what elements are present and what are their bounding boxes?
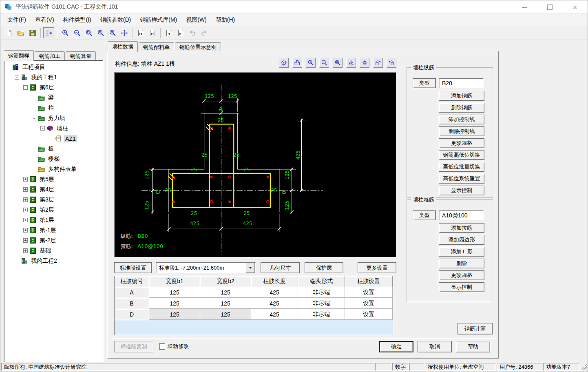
long-action-button[interactable]: 添加钢筋 [439, 91, 484, 101]
limb-length-cell[interactable]: 425 [251, 287, 298, 298]
resize-grip-icon[interactable] [581, 364, 587, 370]
long-action-button[interactable]: 删除钢筋 [439, 103, 484, 113]
tree-item[interactable]: -剪力墙 [4, 113, 103, 123]
width-b1-cell[interactable]: 125 [149, 309, 200, 320]
rotate-right-button[interactable] [387, 58, 396, 68]
page-first-button[interactable] [135, 27, 146, 38]
tree-expander[interactable]: - [15, 75, 19, 80]
tree-item[interactable]: -墙柱 [4, 123, 103, 133]
stirrup-action-button[interactable]: 删除 [439, 259, 484, 268]
end-type-cell[interactable]: 非尽端 [298, 298, 345, 309]
tree-expander[interactable]: - [32, 116, 36, 120]
rebar-calculate-button[interactable]: 钢筋计算 [458, 323, 493, 334]
main-tab[interactable]: 钢筋配料单 [139, 42, 174, 52]
long-action-button[interactable]: 钢筋高低位切换 [439, 150, 484, 160]
zoom-in-button[interactable] [306, 58, 316, 68]
tree-item[interactable]: +基础 [4, 246, 103, 256]
menu-item[interactable]: 查看(V) [31, 15, 59, 25]
cancel-button[interactable]: 取消 [418, 341, 452, 352]
tree-expander[interactable]: + [23, 238, 28, 243]
zoom-in-button[interactable] [60, 27, 71, 38]
ok-button[interactable]: 确定 [379, 341, 413, 352]
limb-settings-cell[interactable]: 设置 [345, 309, 393, 320]
mirror-vertical-button[interactable] [360, 58, 369, 68]
more-settings-button[interactable]: 更多设置 [358, 262, 396, 273]
width-b2-cell[interactable]: 125 [200, 287, 251, 298]
left-tab[interactable]: 钢筋算量 [66, 51, 96, 61]
tree-expander[interactable]: + [23, 197, 28, 202]
long-action-button[interactable]: 显示控制 [439, 186, 484, 195]
maximize-button[interactable] [537, 0, 562, 14]
tree-item[interactable]: +第1层 [4, 215, 103, 225]
width-b2-cell[interactable]: 125 [200, 298, 251, 309]
zoom-window-button[interactable] [83, 27, 94, 38]
mirror-horizontal-button[interactable] [346, 58, 356, 68]
limb-settings-cell[interactable]: 设置 [345, 287, 393, 298]
save-button[interactable] [27, 27, 38, 38]
width-b1-cell[interactable]: 125 [149, 298, 200, 309]
width-b2-cell[interactable]: 125 [200, 309, 251, 320]
long-action-button[interactable]: 高低位系统重置 [439, 174, 484, 184]
limb-length-cell[interactable]: 425 [251, 309, 298, 320]
stirrup-action-button[interactable]: 更改规格 [439, 270, 484, 280]
menu-item[interactable]: 构件类型(I) [59, 15, 96, 25]
stirrup-type-input[interactable]: A10@100 [439, 210, 484, 220]
width-b1-cell[interactable]: 125 [149, 287, 200, 298]
center-target-button[interactable] [279, 58, 289, 68]
minimize-button[interactable] [512, 0, 537, 14]
tree-item[interactable]: +第2层 [4, 205, 103, 215]
redo-button[interactable] [199, 27, 210, 38]
page-prev-button[interactable] [163, 27, 174, 38]
tree-item[interactable]: AZ1 [4, 133, 103, 144]
long-action-button[interactable]: 添加控制线 [439, 115, 484, 124]
zoom-out-button[interactable] [71, 27, 82, 38]
dropdown-arrow-button[interactable] [245, 263, 255, 273]
tree-item[interactable]: +第4层 [4, 184, 103, 195]
fit-extents-button[interactable] [292, 58, 302, 68]
tree-expander[interactable]: + [23, 187, 28, 192]
help-button[interactable]: 帮助 [456, 341, 490, 352]
tree-item[interactable]: 板 [4, 144, 103, 154]
zoom-scale-button[interactable] [95, 27, 106, 38]
pan-button[interactable] [119, 27, 130, 38]
page-next-button[interactable] [175, 27, 186, 38]
tree-expander[interactable]: + [23, 248, 28, 253]
zoom-all-button[interactable] [333, 58, 343, 68]
row-id-cell[interactable]: D [115, 309, 149, 320]
menu-item[interactable]: 钢筋样式库(M) [135, 15, 181, 25]
tree-expander[interactable]: + [23, 208, 28, 212]
open-file-button[interactable] [15, 27, 26, 38]
tree-item[interactable]: 柱 [4, 103, 103, 113]
tree-item[interactable]: +第3层 [4, 195, 103, 205]
menu-item[interactable]: 帮助(H) [211, 15, 239, 25]
tree-item[interactable]: -我的工程1 [4, 72, 103, 82]
segment-dropdown[interactable]: 标准段1: -7.200m~21.600m [156, 262, 256, 273]
tree-expander[interactable]: - [23, 85, 28, 90]
zoom-all-button[interactable] [107, 27, 118, 38]
row-id-cell[interactable]: B [115, 298, 149, 309]
rotate-left-button[interactable] [373, 58, 383, 68]
page-last-button[interactable] [147, 27, 158, 38]
close-button[interactable]: × [562, 0, 588, 14]
long-action-button[interactable]: 高低位批量切换 [439, 162, 484, 172]
long-action-button[interactable]: 删除控制线 [439, 126, 484, 136]
stirrup-action-button[interactable]: 显示控制 [439, 282, 484, 292]
left-tab[interactable]: 钢筋翻样 [4, 50, 34, 61]
stirrup-type-button[interactable]: 类型 [413, 210, 436, 220]
tree-item[interactable]: 楼梯 [4, 154, 103, 164]
tree-item[interactable]: +第-1层 [4, 225, 103, 235]
stirrup-action-button[interactable]: 添加拉筋 [439, 223, 484, 233]
geometry-button[interactable]: 几何尺寸 [261, 262, 300, 273]
long-type-input[interactable]: B20 [439, 78, 484, 88]
tree-expander[interactable]: + [23, 177, 28, 182]
tree-item[interactable]: +第-2层 [4, 235, 103, 246]
stirrup-action-button[interactable]: 添加四边形 [439, 235, 484, 245]
cover-button[interactable]: 保护层 [305, 262, 343, 273]
main-tab[interactable]: 钢筋位置示意图 [175, 42, 221, 52]
new-file-button[interactable] [3, 27, 14, 38]
tree-item[interactable]: -第6层 [4, 82, 103, 93]
segment-settings-button[interactable]: 标准段设置 [114, 262, 152, 273]
drawing-canvas[interactable]: 125125A252525252525252525DB1251251251254… [114, 72, 396, 257]
limb-settings-cell[interactable]: 设置 [345, 298, 393, 309]
limb-length-cell[interactable]: 425 [251, 298, 298, 309]
